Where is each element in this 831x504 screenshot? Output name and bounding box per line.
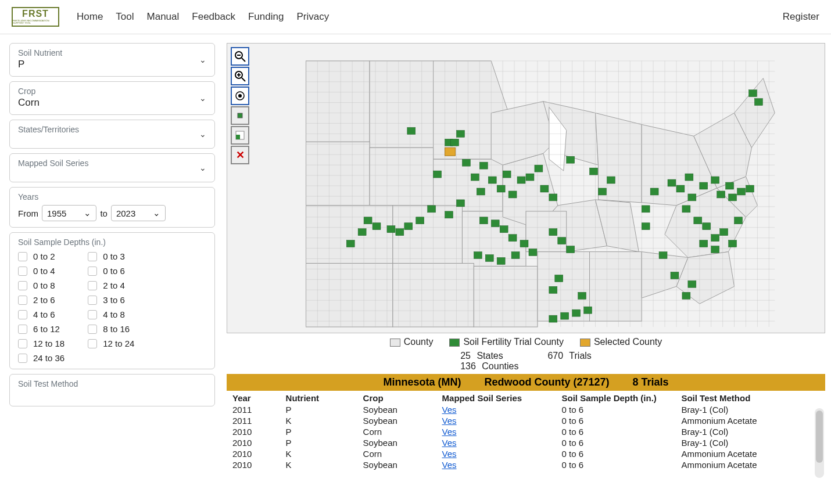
trial-county[interactable] — [729, 240, 737, 247]
trial-county[interactable] — [549, 229, 557, 236]
depth-option[interactable]: 0 to 3 — [88, 251, 134, 261]
trial-county[interactable] — [451, 139, 459, 146]
trial-county[interactable] — [650, 188, 658, 195]
scrollbar-thumb[interactable] — [816, 411, 823, 463]
map-container[interactable]: ✕ — [227, 43, 825, 333]
trial-county[interactable] — [549, 194, 557, 201]
trial-county[interactable] — [700, 182, 708, 189]
depth-checkbox[interactable] — [88, 325, 97, 334]
filter-soil-nutrient[interactable]: Soil Nutrient P ⌄ — [9, 43, 215, 77]
trial-county[interactable] — [711, 235, 719, 242]
trial-county[interactable] — [497, 185, 505, 192]
nav-manual[interactable]: Manual — [147, 11, 180, 23]
filter-crop[interactable]: Crop Corn ⌄ — [9, 81, 215, 115]
trial-county[interactable] — [526, 174, 534, 181]
depth-option[interactable]: 6 to 12 — [18, 324, 65, 334]
trial-county[interactable] — [445, 211, 453, 218]
trial-county[interactable] — [416, 217, 424, 224]
trial-county[interactable] — [462, 159, 470, 166]
depth-checkbox[interactable] — [18, 325, 27, 334]
trial-county[interactable] — [737, 188, 746, 195]
trial-county[interactable] — [477, 188, 485, 195]
filter-states[interactable]: States/Territories ⌄ — [9, 120, 215, 149]
zoom-in-icon[interactable] — [231, 67, 249, 85]
trial-county[interactable] — [404, 223, 413, 230]
depth-option[interactable]: 4 to 8 — [88, 309, 134, 319]
trial-county[interactable] — [572, 309, 581, 316]
trial-county[interactable] — [642, 223, 650, 230]
depth-checkbox[interactable] — [88, 252, 97, 261]
trial-county[interactable] — [555, 275, 563, 282]
trial-county[interactable] — [491, 220, 499, 227]
trial-county[interactable] — [682, 206, 690, 213]
trial-county[interactable] — [717, 191, 725, 198]
zoom-out-icon[interactable] — [231, 47, 249, 66]
trial-county[interactable] — [346, 240, 354, 247]
soil-series-link[interactable]: Ves — [442, 438, 457, 448]
depth-option[interactable]: 2 to 6 — [18, 295, 65, 305]
trial-county[interactable] — [682, 292, 690, 299]
nav-tool[interactable]: Tool — [116, 11, 134, 23]
depth-checkbox[interactable] — [18, 296, 27, 305]
layer-grid-icon[interactable] — [231, 126, 249, 145]
soil-series-link[interactable]: Ves — [442, 460, 457, 470]
trial-county[interactable] — [497, 258, 505, 265]
trial-county[interactable] — [474, 252, 482, 259]
trial-county[interactable] — [511, 252, 520, 259]
trial-county[interactable] — [584, 307, 592, 314]
trial-county[interactable] — [688, 280, 696, 287]
nav-privacy[interactable]: Privacy — [296, 11, 329, 23]
trial-county[interactable] — [407, 127, 416, 134]
trial-county[interactable] — [558, 237, 566, 244]
nav-feedback[interactable]: Feedback — [192, 11, 235, 23]
depth-checkbox[interactable] — [88, 281, 97, 290]
depth-option[interactable]: 12 to 18 — [18, 339, 65, 348]
trial-county[interactable] — [561, 312, 569, 319]
depth-checkbox[interactable] — [18, 339, 27, 348]
trial-county[interactable] — [694, 217, 702, 224]
trial-county[interactable] — [703, 223, 711, 230]
trial-county[interactable] — [668, 179, 676, 186]
trial-county[interactable] — [517, 177, 525, 183]
table-scrollbar[interactable] — [815, 408, 824, 478]
depth-checkbox[interactable] — [88, 310, 97, 319]
trial-county[interactable] — [540, 185, 549, 192]
depth-option[interactable]: 0 to 6 — [88, 266, 134, 276]
trial-county[interactable] — [387, 226, 395, 233]
years-from-select[interactable]: 1955⌄ — [42, 205, 96, 221]
trial-county[interactable] — [659, 252, 667, 259]
trial-county[interactable] — [535, 165, 543, 172]
trial-county[interactable] — [735, 217, 743, 224]
depth-option[interactable]: 24 to 36 — [18, 353, 65, 363]
nav-home[interactable]: Home — [77, 11, 103, 23]
trial-county[interactable] — [578, 292, 586, 299]
trial-county[interactable] — [428, 206, 436, 213]
trial-county[interactable] — [688, 194, 696, 201]
trial-county[interactable] — [567, 246, 575, 253]
trial-county[interactable] — [500, 226, 508, 233]
trial-county[interactable] — [685, 174, 693, 181]
depth-option[interactable]: 4 to 6 — [18, 309, 65, 319]
trial-county[interactable] — [479, 162, 488, 169]
trial-county[interactable] — [488, 177, 496, 183]
trial-county[interactable] — [520, 240, 528, 247]
depth-checkbox[interactable] — [18, 267, 27, 276]
trial-county[interactable] — [529, 249, 537, 256]
soil-series-link[interactable]: Ves — [442, 449, 457, 459]
trial-county[interactable] — [471, 174, 479, 181]
clear-selection-icon[interactable]: ✕ — [231, 146, 249, 164]
trial-county[interactable] — [700, 240, 708, 247]
filter-method[interactable]: Soil Test Method — [9, 374, 215, 406]
trial-county[interactable] — [503, 171, 511, 178]
trial-county[interactable] — [567, 156, 575, 163]
depth-option[interactable]: 3 to 6 — [88, 295, 134, 305]
soil-series-link[interactable]: Ves — [442, 405, 457, 415]
depth-option[interactable]: 0 to 8 — [18, 280, 65, 290]
depth-checkbox[interactable] — [18, 281, 27, 290]
trial-county[interactable] — [549, 315, 557, 322]
trial-county[interactable] — [364, 217, 372, 224]
trial-county[interactable] — [754, 99, 762, 106]
depth-checkbox[interactable] — [88, 296, 97, 305]
trial-county[interactable] — [479, 217, 488, 224]
soil-series-link[interactable]: Ves — [442, 416, 457, 426]
